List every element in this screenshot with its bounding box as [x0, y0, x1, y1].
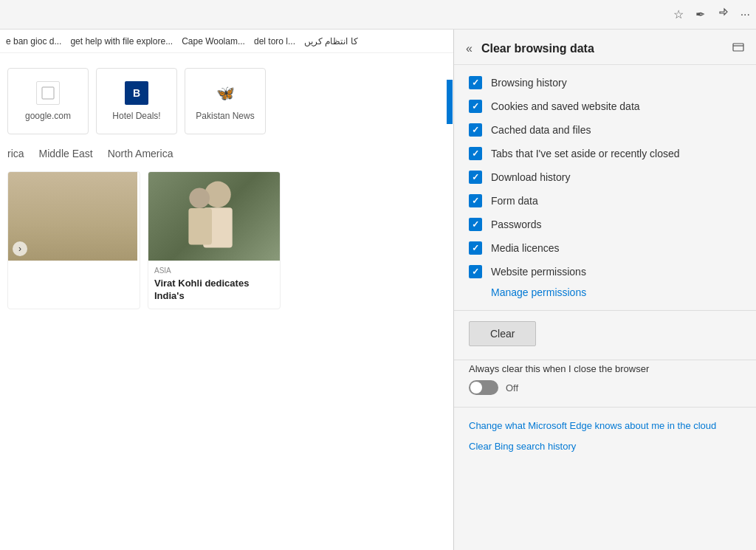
checkbox-label-form-data: Form data — [491, 195, 538, 207]
checkbox-label-website-permissions: Website permissions — [491, 266, 586, 278]
check-mark: ✓ — [472, 125, 479, 135]
toggle-section: Always clear this when I close the brows… — [454, 363, 756, 404]
pen-icon[interactable]: ✒ — [695, 7, 705, 21]
checkbox-website-permissions[interactable]: ✓ Website permissions — [454, 260, 756, 283]
checkbox-download-history[interactable]: ✓ Download history — [454, 165, 756, 189]
virat-card-image — [148, 172, 280, 261]
fav-item-2[interactable]: get help with file explore... — [70, 36, 173, 47]
favorites-bar: e ban gioc d... get help with file explo… — [0, 30, 453, 53]
checkbox-label-browsing-history: Browsing history — [491, 77, 567, 89]
check-mark: ✓ — [472, 196, 479, 206]
toggle-thumb — [470, 382, 482, 393]
top-sites: google.com B Hotel Deals! 🦋 Pakistan New… — [7, 61, 446, 142]
hotel-card-image: › — [8, 172, 137, 261]
clear-bing-link[interactable]: Clear Bing search history — [469, 440, 741, 453]
svg-point-3 — [189, 188, 210, 208]
favorites-icon[interactable]: ☆ — [673, 7, 684, 21]
panel-title: Clear browsing data — [481, 42, 732, 55]
check-mark: ✓ — [472, 243, 479, 253]
checkbox-box-form-data: ✓ — [469, 194, 482, 207]
site-label-booking: Hotel Deals! — [112, 111, 160, 121]
panel-header: « Clear browsing data — [454, 30, 756, 65]
checkbox-passwords[interactable]: ✓ Passwords — [454, 213, 756, 236]
checkbox-label-cookies: Cookies and saved website data — [491, 100, 640, 112]
share-icon[interactable] — [717, 7, 729, 22]
fav-item-3[interactable]: Cape Woolam... — [182, 36, 245, 47]
browser-chrome: ☆ ✒ ··· — [0, 0, 756, 30]
virat-card-body: ASIA Virat Kohli dedicates India's — [148, 261, 280, 309]
news-card-virat[interactable]: ASIA Virat Kohli dedicates India's — [148, 171, 281, 309]
check-mark: ✓ — [472, 101, 479, 111]
checkbox-cookies[interactable]: ✓ Cookies and saved website data — [454, 94, 756, 118]
change-cloud-link[interactable]: Change what Microsoft Edge knows about m… — [469, 419, 741, 433]
pakistan-icon: 🦋 — [213, 81, 237, 105]
news-card-hotel[interactable]: › — [7, 171, 140, 309]
checkbox-box-passwords: ✓ — [469, 218, 482, 231]
bottom-links: Change what Microsoft Edge knows about m… — [454, 410, 756, 470]
checkbox-label-cached-data: Cached data and files — [491, 124, 591, 136]
news-cat-0[interactable]: rica — [7, 148, 24, 159]
check-mark: ✓ — [472, 148, 479, 159]
hotel-nav-arrow[interactable]: › — [13, 241, 27, 256]
checkbox-media-licences[interactable]: ✓ Media licences — [454, 236, 756, 260]
checkbox-cached-data[interactable]: ✓ Cached data and files — [454, 118, 756, 142]
panel-back-button[interactable]: « — [466, 42, 472, 55]
virat-card-title: Virat Kohli dedicates India's — [154, 278, 274, 303]
toggle-off-label: Off — [506, 382, 518, 393]
site-tile-pakistan[interactable]: 🦋 Pakistan News — [185, 68, 266, 134]
checkbox-label-tabs-aside: Tabs that I've set aside or recently clo… — [491, 148, 680, 159]
panel-divider-3 — [454, 407, 756, 408]
checkbox-box-cookies: ✓ — [469, 100, 482, 113]
hotel-card-body — [8, 261, 140, 272]
check-mark: ✓ — [472, 267, 479, 277]
browser-toolbar-icons: ☆ ✒ ··· — [673, 7, 750, 22]
new-tab-content: google.com B Hotel Deals! 🦋 Pakistan New… — [0, 53, 453, 317]
checkbox-box-cached-data: ✓ — [469, 123, 482, 137]
checkbox-label-download-history: Download history — [491, 171, 570, 183]
toggle-row: Off — [469, 380, 741, 395]
site-tile-google[interactable]: google.com — [7, 68, 89, 134]
svg-rect-5 — [733, 44, 743, 51]
checkbox-box-website-permissions: ✓ — [469, 265, 482, 278]
clear-button-container: Clear — [454, 314, 756, 357]
site-tile-booking[interactable]: B Hotel Deals! — [96, 68, 177, 134]
news-cat-1[interactable]: Middle East — [39, 148, 93, 159]
checkbox-box-tabs-aside: ✓ — [469, 147, 482, 160]
checkbox-label-media-licences: Media licences — [491, 242, 560, 254]
check-mark: ✓ — [472, 78, 479, 88]
manage-permissions-link[interactable]: Manage permissions — [454, 283, 756, 307]
panel-body: ✓ Browsing history ✓ Cookies and saved w… — [454, 65, 756, 550]
virat-card-tag: ASIA — [154, 267, 274, 275]
clear-browsing-data-panel: « Clear browsing data ✓ Browsing history… — [453, 30, 756, 550]
checkbox-browsing-history[interactable]: ✓ Browsing history — [454, 71, 756, 94]
news-grid: › ASIA — [7, 171, 446, 309]
svg-rect-0 — [42, 87, 54, 99]
fav-item-4[interactable]: del toro l... — [254, 36, 295, 47]
booking-icon: B — [125, 81, 148, 105]
check-mark: ✓ — [472, 219, 479, 230]
checkbox-form-data[interactable]: ✓ Form data — [454, 189, 756, 213]
checkbox-tabs-aside[interactable]: ✓ Tabs that I've set aside or recently c… — [454, 142, 756, 165]
page-content: e ban gioc d... get help with file explo… — [0, 30, 453, 550]
panel-pin-button[interactable] — [732, 41, 744, 55]
blue-accent-stripe — [447, 80, 453, 124]
news-categories: rica Middle East North America — [7, 142, 446, 165]
panel-divider-1 — [454, 310, 756, 311]
site-label-pakistan: Pakistan News — [196, 111, 254, 121]
toggle-description: Always clear this when I close the brows… — [469, 363, 741, 374]
fav-item-1[interactable]: e ban gioc d... — [6, 36, 61, 47]
check-mark: ✓ — [472, 172, 479, 182]
fav-item-5[interactable]: کا انتظام کریں — [304, 36, 358, 47]
site-label-google: google.com — [25, 111, 71, 121]
always-clear-toggle[interactable] — [469, 380, 498, 395]
panel-divider-2 — [454, 360, 756, 360]
google-icon — [36, 81, 60, 105]
checkbox-box-media-licences: ✓ — [469, 241, 482, 255]
more-icon[interactable]: ··· — [740, 8, 750, 21]
clear-button[interactable]: Clear — [469, 321, 536, 346]
checkbox-box-download-history: ✓ — [469, 171, 482, 184]
checkbox-label-passwords: Passwords — [491, 219, 541, 230]
news-cat-2[interactable]: North America — [108, 148, 173, 159]
svg-rect-4 — [188, 208, 212, 244]
checkbox-box-browsing-history: ✓ — [469, 76, 482, 89]
